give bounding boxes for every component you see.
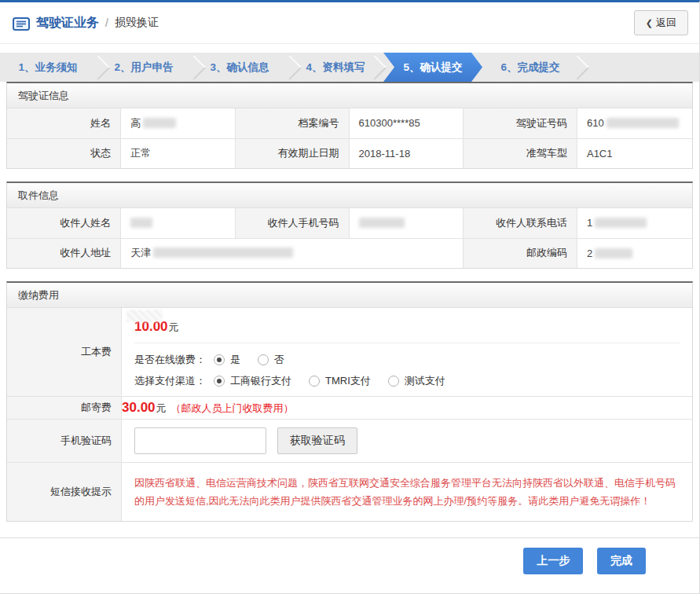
page: 驾驶证业务 / 损毁换证 ❮ 返回 1、业务须知 2、用户申告 3、确认信息 4…: [0, 0, 700, 594]
redacted-text: [153, 248, 293, 258]
sms-notice-text: 因陕西省联通、电信运营商技术问题，陕西省互联网交通安全综合服务管理平台无法向持陕…: [134, 471, 680, 513]
table-row: 姓名 高 档案编号 610300****85 驾驶证号码 610: [7, 108, 692, 138]
field-label: 准驾车型: [464, 138, 577, 168]
finish-button[interactable]: 完成: [597, 548, 646, 574]
radio-label: 工商银行支付: [230, 374, 291, 388]
radio-label: TMRI支付: [325, 374, 371, 388]
archive-number-value: 610300****85: [349, 108, 464, 138]
redacted-text: [595, 218, 647, 228]
base-fee-amount: 10.00元: [134, 316, 680, 343]
field-label: 收件人联系电话: [464, 208, 577, 238]
fees-section: 缴纳费用 工本费 10.00元 是否在线缴费： 是 否: [6, 281, 693, 522]
header-bar: 驾驶证业务 / 损毁换证 ❮ 返回: [0, 2, 699, 44]
radio-online-yes[interactable]: 是: [214, 353, 240, 367]
footer-actions: 上一步 完成: [0, 537, 699, 574]
captcha-input[interactable]: [134, 427, 266, 454]
radio-channel-icbc[interactable]: 工商银行支付: [214, 374, 291, 388]
redacted-text: [130, 218, 152, 228]
redacted-text: [595, 248, 632, 258]
postage-fee-row: 邮寄费 30.00元（邮政人员上门收取费用）: [7, 396, 692, 419]
license-info-section: 驾驶证信息 姓名 高 档案编号 610300****85 驾驶证号码 610 状…: [6, 82, 693, 169]
field-label: 收件人手机号码: [235, 208, 349, 238]
radio-selected-icon: [214, 376, 225, 387]
field-label: 驾驶证号码: [464, 108, 577, 138]
field-label: 邮寄费: [7, 397, 122, 419]
recipient-name-value: [121, 208, 236, 238]
sms-notice-content: 因陕西省联通、电信运营商技术问题，陕西省互联网交通安全综合服务管理平台无法向持陕…: [122, 463, 692, 521]
table-row: 状态 正常 有效期止日期 2018-11-18 准驾车型 A1C1: [7, 138, 692, 168]
payment-channel-row: 选择支付渠道： 工商银行支付 TMRI支付 测试支付: [134, 374, 680, 388]
radio-online-no[interactable]: 否: [258, 353, 284, 367]
back-chevron-icon: ❮: [646, 18, 653, 28]
redacted-text: [359, 218, 405, 228]
field-label: 姓名: [7, 108, 121, 138]
radio-label: 是: [230, 353, 240, 367]
expiry-date-value: 2018-11-18: [349, 138, 464, 168]
postal-code-value: 2: [577, 238, 692, 268]
field-label: 短信接收提示: [7, 463, 122, 521]
step-separator-icon: [88, 53, 108, 82]
redacted-text: [143, 118, 176, 128]
previous-step-button[interactable]: 上一步: [523, 548, 583, 574]
postage-note: （邮政人员上门收取费用）: [171, 402, 294, 414]
table-row: 收件人地址 天津 邮政编码 2: [7, 238, 692, 268]
field-label: 收件人姓名: [7, 208, 121, 238]
radio-unselected-icon: [309, 376, 320, 387]
recipient-address-value: 天津: [121, 238, 464, 268]
step-separator-icon: [567, 53, 588, 82]
radio-unselected-icon: [388, 376, 399, 387]
step-6-finish-submit[interactable]: 6、完成提交: [482, 53, 578, 82]
field-label: 收件人地址: [7, 238, 121, 268]
radio-channel-tmri[interactable]: TMRI支付: [309, 374, 371, 388]
field-label: 手机验证码: [7, 420, 122, 462]
step-1-business-notice[interactable]: 1、业务须知: [0, 53, 96, 82]
step-separator-icon: [184, 53, 204, 82]
field-label: 工本费: [7, 308, 122, 396]
radio-label: 测试支付: [405, 374, 445, 388]
license-number-value: 610: [577, 108, 692, 138]
get-captcha-button[interactable]: 获取验证码: [277, 427, 357, 454]
page-title: 驾驶证业务: [36, 15, 99, 31]
breadcrumb-separator: /: [105, 16, 108, 29]
section-title: 缴纳费用: [7, 283, 692, 308]
online-payment-label: 是否在线缴费：: [134, 353, 206, 367]
field-label: 档案编号: [235, 108, 349, 138]
back-button[interactable]: ❮ 返回: [634, 10, 688, 35]
pickup-info-table: 收件人姓名 收件人手机号码 收件人联系电话 1 收件人地址 天津 邮政编码 2: [7, 208, 692, 268]
section-title: 驾驶证信息: [7, 83, 692, 108]
step-5-confirm-submit-active[interactable]: 5、确认提交: [383, 53, 482, 82]
radio-channel-test[interactable]: 测试支付: [388, 374, 445, 388]
divider: [134, 343, 680, 343]
section-title: 取件信息: [7, 183, 692, 208]
recipient-phone-value: 1: [577, 208, 692, 238]
postage-fee-content: 30.00元（邮政人员上门收取费用）: [122, 397, 692, 419]
redacted-watermark: [126, 310, 163, 322]
radio-unselected-icon: [258, 354, 269, 365]
step-separator-icon: [365, 53, 385, 82]
recipient-mobile-value: [349, 208, 464, 238]
step-separator-icon: [280, 53, 300, 82]
vehicle-class-value: A1C1: [577, 138, 692, 168]
radio-label: 否: [274, 353, 284, 367]
captcha-row: 手机验证码 获取验证码: [7, 419, 692, 462]
field-label: 有效期止日期: [235, 138, 349, 168]
page-subtitle: 损毁换证: [115, 16, 159, 30]
pickup-info-section: 取件信息 收件人姓名 收件人手机号码 收件人联系电话 1 收件人地址 天津 邮政…: [6, 182, 693, 269]
license-info-table: 姓名 高 档案编号 610300****85 驾驶证号码 610 状态 正常 有…: [7, 108, 692, 168]
base-fee-row: 工本费 10.00元 是否在线缴费： 是 否: [7, 308, 692, 396]
step-wizard: 1、业务须知 2、用户申告 3、确认信息 4、资料填写 5、确认提交 6、完成提…: [0, 53, 699, 82]
step-bar-filler: [578, 53, 699, 82]
payment-channel-label: 选择支付渠道：: [134, 374, 206, 388]
breadcrumb: 驾驶证业务 / 损毁换证: [13, 15, 159, 31]
table-row: 收件人姓名 收件人手机号码 收件人联系电话 1: [7, 208, 692, 238]
sms-notice-row: 短信接收提示 因陕西省联通、电信运营商技术问题，陕西省互联网交通安全综合服务管理…: [7, 462, 692, 521]
name-value: 高: [121, 108, 236, 138]
status-value: 正常: [121, 138, 236, 168]
license-business-icon: [13, 17, 30, 31]
base-fee-content: 10.00元 是否在线缴费： 是 否 选择支付渠道：: [122, 308, 692, 396]
radio-selected-icon: [214, 354, 225, 365]
captcha-content: 获取验证码: [122, 420, 692, 462]
back-button-label: 返回: [656, 16, 676, 30]
online-payment-option-row: 是否在线缴费： 是 否: [134, 353, 680, 367]
field-label: 状态: [7, 138, 121, 168]
